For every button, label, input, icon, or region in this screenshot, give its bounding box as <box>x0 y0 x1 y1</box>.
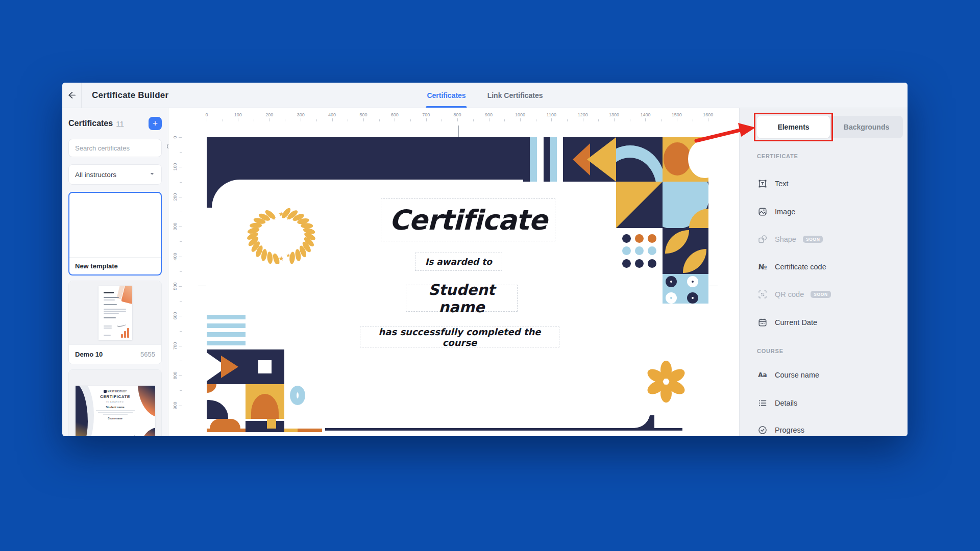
v-ruler-label: 600 <box>173 312 178 320</box>
h-ruler-label: 900 <box>485 112 493 117</box>
flower-graphic <box>645 360 688 403</box>
certificate-builder-window: Certificate Builder Certificates Link Ce… <box>62 83 908 436</box>
text-icon <box>757 178 768 189</box>
soon-badge: SOON <box>811 291 830 298</box>
h-ruler-label: 1400 <box>640 112 650 117</box>
mosaic-tile-square <box>246 349 284 384</box>
svg-text:★: ★ <box>272 215 277 221</box>
element-item-details[interactable]: Details <box>757 393 902 413</box>
page-title: Certificate Builder <box>92 83 168 108</box>
mosaic-tile-arc <box>616 137 663 182</box>
v-ruler-label: 900 <box>173 402 178 409</box>
laurel-wreath-graphic[interactable]: ★★★★★★ <box>240 207 322 264</box>
h-ruler-label: 800 <box>454 112 461 117</box>
template-card-demo10[interactable]: Demo 10 5655 <box>68 281 162 364</box>
desktop-backdrop: { "header": { "title": "Certificate Buil… <box>0 0 980 551</box>
element-item-image[interactable]: Image <box>757 202 902 222</box>
h-ruler-label: 0 <box>205 112 208 117</box>
v-ruler-label: 700 <box>173 342 178 349</box>
instructor-filter-select[interactable]: All instructors <box>68 164 162 185</box>
templates-count: 11 <box>116 119 124 128</box>
element-item-current-date[interactable]: Current Date <box>757 312 902 333</box>
h-ruler-label: 400 <box>328 112 336 117</box>
chevron-down-icon <box>149 171 155 179</box>
template-card-new[interactable]: New template <box>68 192 162 276</box>
qr-code-icon <box>757 289 768 300</box>
mosaic-tile-donuts <box>663 274 708 304</box>
completed-course-text[interactable]: has successfully completed the course <box>360 327 559 347</box>
mosaic-tile-play <box>207 349 246 384</box>
tab-link-certificates[interactable]: Link Certificates <box>487 83 543 108</box>
h-ruler-label: 600 <box>391 112 399 117</box>
mosaic-tile-triangle <box>616 182 663 228</box>
tab-backgrounds[interactable]: Backgrounds <box>830 116 903 138</box>
h-ruler-label: 1000 <box>515 112 525 117</box>
template-card-third[interactable]: MASTERSTUDY CERTIFICATE IS AWARDED Stude… <box>68 369 162 436</box>
mosaic-tile-dots <box>616 228 663 274</box>
mosaic-tile-leaves <box>663 228 708 274</box>
center-guide-right <box>709 286 718 286</box>
sidebar-header: Certificates 11 + <box>68 116 162 131</box>
mosaic-bit-3 <box>267 419 276 429</box>
details-list-icon <box>757 397 768 409</box>
elements-panel: Elements Backgrounds CERTIFICATE Text <box>739 108 908 436</box>
image-icon <box>757 206 768 217</box>
vertical-ruler: 0100200300400500600700800900 <box>168 108 182 436</box>
add-template-button[interactable]: + <box>149 117 162 130</box>
back-button[interactable] <box>62 83 82 108</box>
awarded-to-text[interactable]: Is awarded to <box>415 253 502 271</box>
mosaic-tile-quarter2 <box>207 384 246 419</box>
instructor-filter-value: All instructors <box>75 171 116 179</box>
certificate-code-icon: № <box>757 261 768 272</box>
element-item-certificate-code[interactable]: № Certificate code <box>757 257 902 277</box>
svg-text:★: ★ <box>278 255 284 262</box>
student-name-text[interactable]: Student name <box>406 285 518 312</box>
h-ruler-label: 1300 <box>609 112 619 117</box>
svg-text:★: ★ <box>286 215 291 221</box>
calendar-icon <box>757 317 768 328</box>
mosaic-tile-arrows <box>570 137 616 182</box>
tab-elements[interactable]: Elements <box>757 116 830 138</box>
shape-icon <box>757 234 768 245</box>
signature-graphic <box>124 433 135 436</box>
certificate-top-band <box>207 137 526 180</box>
certificate-title-text[interactable]: Certificate <box>381 198 555 241</box>
svg-text:★: ★ <box>272 253 277 258</box>
arrow-left-icon <box>67 90 77 100</box>
tab-certificates[interactable]: Certificates <box>427 83 465 108</box>
certificate-sheet[interactable]: ★★★★★★ Certificate Is awarded to Student… <box>207 137 708 435</box>
template-thumbnail: MASTERSTUDY CERTIFICATE IS AWARDED Stude… <box>69 370 161 436</box>
element-item-text[interactable]: Text <box>757 173 902 194</box>
mosaic-tile-dome <box>246 384 284 419</box>
progress-badge-icon <box>757 424 768 436</box>
templates-sidebar: Certificates 11 + All instructors New te… <box>62 108 168 436</box>
mosaic-tile-donut-big <box>284 384 323 419</box>
design-canvas[interactable]: 0100200300400500600700800900100011001200… <box>168 108 739 436</box>
element-item-shape: Shape SOON <box>757 229 902 249</box>
template-thumbnail <box>69 281 161 344</box>
panel-tabs: Elements Backgrounds <box>757 116 903 138</box>
section-label-course: COURSE <box>757 348 783 354</box>
search-box <box>68 139 162 157</box>
masterstudy-logo-icon <box>104 390 107 393</box>
h-ruler-label: 300 <box>297 112 305 117</box>
template-name: Demo 10 <box>75 350 103 358</box>
svg-text:★: ★ <box>286 253 291 258</box>
section-label-certificate: CERTIFICATE <box>757 153 798 159</box>
h-ruler-label: 200 <box>265 112 273 117</box>
search-input[interactable] <box>74 144 166 153</box>
v-ruler-label: 100 <box>173 163 178 171</box>
h-ruler-label: 1200 <box>578 112 588 117</box>
v-ruler-label: 200 <box>173 193 178 201</box>
template-usage-count: 5655 <box>140 350 155 358</box>
v-ruler-label: 800 <box>173 372 178 380</box>
mosaic-bit-1 <box>210 419 240 429</box>
v-ruler-label: 400 <box>173 253 178 260</box>
h-ruler-label: 1100 <box>547 112 556 117</box>
horizontal-ruler: 0100200300400500600700800900100011001200… <box>168 108 739 122</box>
demo10-thumbnail-image <box>99 286 132 340</box>
third-thumbnail-image: MASTERSTUDY CERTIFICATE IS AWARDED Stude… <box>76 386 155 436</box>
element-item-progress[interactable]: Progress <box>757 420 902 436</box>
h-ruler-label: 500 <box>359 112 367 117</box>
element-item-course-name[interactable]: Aa Course name <box>757 365 902 385</box>
